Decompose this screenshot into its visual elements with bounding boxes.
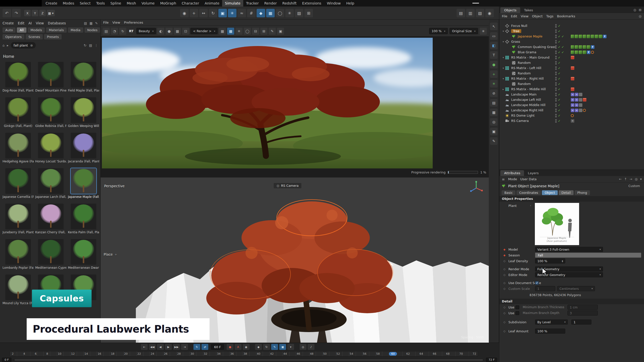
tex-tag-icon[interactable] [571, 51, 574, 54]
frame-tick-34[interactable]: 34 [217, 352, 221, 355]
pass-dropdown[interactable]: Beauty ▾ [136, 28, 156, 34]
object-label[interactable]: RS Matrix - Left Hill [511, 66, 541, 70]
menu-modes[interactable]: Modes [60, 0, 77, 7]
layer-dots-icon[interactable] [555, 108, 557, 112]
enable-check-icon[interactable]: ✓ [558, 98, 560, 102]
menu-mograph[interactable]: MoGraph [157, 0, 179, 7]
object-label[interactable]: RS Matrix - Right Hill [511, 77, 544, 80]
tab-objects[interactable]: Objects [500, 7, 520, 13]
gear-tag-icon[interactable]: ✳ [571, 119, 574, 123]
frame-tick-58[interactable]: 58 [376, 352, 380, 355]
frame-tick-72[interactable]: 72 [472, 352, 477, 355]
tex-tag-icon[interactable] [571, 35, 574, 38]
live-selection-icon[interactable]: ◉ [180, 9, 189, 17]
frame-tick-50[interactable]: 50 [323, 352, 327, 355]
ab-refresh-icon[interactable]: ↻ [84, 43, 87, 47]
dot-tag-icon[interactable] [579, 98, 582, 102]
wave-tag-icon[interactable]: ≈ [571, 103, 574, 107]
attr-forward-icon[interactable]: → [629, 177, 632, 181]
asset-thumbnail[interactable] [5, 275, 31, 300]
enable-check-icon[interactable]: ✓ [558, 61, 560, 65]
spline-icon[interactable]: ⊘ [490, 89, 498, 97]
tab-takes[interactable]: Takes [520, 7, 537, 13]
layout-2-icon[interactable]: ▥ [466, 9, 475, 17]
enable-check-icon[interactable]: ✓ [561, 35, 564, 38]
menu-select[interactable]: Select [77, 0, 93, 7]
f-tag-icon[interactable]: F [591, 45, 594, 49]
attr-filter-icon[interactable]: ▾ [640, 177, 642, 181]
render-menu-view[interactable]: View [112, 21, 120, 24]
asset-item[interactable]: Mound Lily Yucca (Fall... [3, 275, 34, 305]
solo-button[interactable]: ◎ [300, 344, 306, 350]
frame-tick-54[interactable]: 54 [349, 352, 354, 355]
dot-tag-icon[interactable] [579, 103, 582, 107]
sphere-icon[interactable]: ● [490, 61, 498, 68]
cube-tag-icon[interactable] [583, 98, 586, 102]
tab-basic[interactable]: Basic [502, 190, 515, 195]
object-label[interactable]: Grass [511, 40, 520, 43]
frame-tick-22[interactable]: 22 [137, 352, 141, 355]
enable-check-icon[interactable]: ✓ [558, 77, 560, 80]
leaf-amount-input[interactable]: 100 % [535, 329, 565, 334]
wave-tag-icon[interactable]: ≈ [575, 109, 578, 112]
layer-dots-icon[interactable] [555, 98, 557, 102]
move-tool-icon[interactable]: + [190, 9, 198, 17]
asset-thumbnail[interactable] [5, 133, 31, 158]
keyframe-diamond-icon[interactable]: ◇ [503, 330, 508, 333]
enable-check-icon[interactable]: ✓ [558, 82, 560, 86]
asset-thumbnail[interactable] [5, 97, 31, 123]
ring-tag-icon[interactable] [583, 109, 586, 112]
annotate-icon[interactable]: ✎ [269, 28, 276, 35]
rotation-key-button[interactable]: ↻ [263, 344, 270, 350]
filter-nodes[interactable]: Nodes [85, 27, 100, 33]
expand-arrow-icon[interactable]: ▾ [501, 77, 505, 80]
gear-icon[interactable]: ✳ [490, 80, 498, 87]
menu-simulate[interactable]: Simulate [222, 0, 243, 7]
asset-item[interactable]: Field Maple (Fall, Plant) [68, 62, 99, 93]
render-menu-file[interactable]: File [103, 21, 109, 24]
keyframe-diamond-icon[interactable]: ◇ [503, 321, 508, 324]
frame-tick-6[interactable]: 6 [34, 352, 37, 355]
asset-thumbnail[interactable] [71, 204, 96, 229]
attr-back-icon[interactable]: ← [619, 177, 622, 181]
asset-thumbnail[interactable] [71, 62, 96, 87]
wave-tag-icon[interactable]: ≈ [575, 93, 578, 96]
object-row[interactable]: Landscape Left Hill✓≈≈ [499, 97, 644, 102]
asset-item[interactable]: Kentia Palm (Fall, Plant) [68, 204, 99, 235]
menu-render[interactable]: Render [261, 0, 279, 7]
frame-tick-64[interactable]: 64 [419, 352, 424, 355]
object-row[interactable]: Landscape Right Hill✓≈≈ [499, 108, 644, 113]
render-settings-icon[interactable]: ✳ [480, 28, 487, 35]
max-branch-checkbox[interactable] [515, 311, 519, 315]
tex-tag-icon[interactable] [587, 45, 590, 49]
user-data-button[interactable]: User Data [520, 177, 537, 181]
enable-check-icon[interactable]: ✓ [558, 40, 560, 43]
text-icon[interactable]: T [490, 51, 498, 59]
enable-check-icon[interactable]: ✓ [561, 51, 564, 54]
ring-tag-icon[interactable] [591, 51, 594, 54]
f-tag-icon[interactable]: F [603, 35, 607, 38]
plant-preview-thumbnail[interactable]: Japanese Maple (Acer palmatum) [535, 203, 579, 245]
layout-4-icon[interactable]: ◉ [485, 9, 494, 17]
asset-thumbnail[interactable] [5, 239, 31, 265]
frame-tick-56[interactable]: 56 [363, 352, 367, 355]
assets-menu-ai[interactable]: AI [28, 21, 32, 25]
chevron-right-icon[interactable]: › [530, 204, 531, 207]
asset-thumbnail[interactable] [38, 133, 64, 158]
ping-pong-button[interactable]: ⇄ [202, 344, 208, 350]
asset-item[interactable]: Kanzan Cherry (Fall, Pl... [35, 204, 66, 235]
axis-icon[interactable]: + [490, 70, 498, 78]
asset-item[interactable]: Japanese Camellia (Fal... [3, 168, 34, 199]
subdivision-mode-dropdown[interactable]: By Level▾ [535, 320, 568, 325]
frame-tick-2[interactable]: 2 [11, 352, 14, 355]
frame-tick-8[interactable]: 8 [46, 352, 49, 355]
asset-thumbnail[interactable] [71, 239, 96, 265]
frame-tick-38[interactable]: 38 [243, 352, 248, 355]
model-dropdown[interactable]: Variant 3 Full-Grown▾ [535, 247, 603, 252]
filter-materials[interactable]: Materials [46, 27, 67, 33]
frame-tick-16[interactable]: 16 [97, 352, 102, 355]
frame-tick-26[interactable]: 26 [164, 352, 168, 355]
use-document-scale-checkbox[interactable]: ✓ [535, 281, 539, 285]
object-label[interactable]: Random [518, 61, 531, 65]
asset-thumbnail[interactable] [71, 97, 96, 123]
